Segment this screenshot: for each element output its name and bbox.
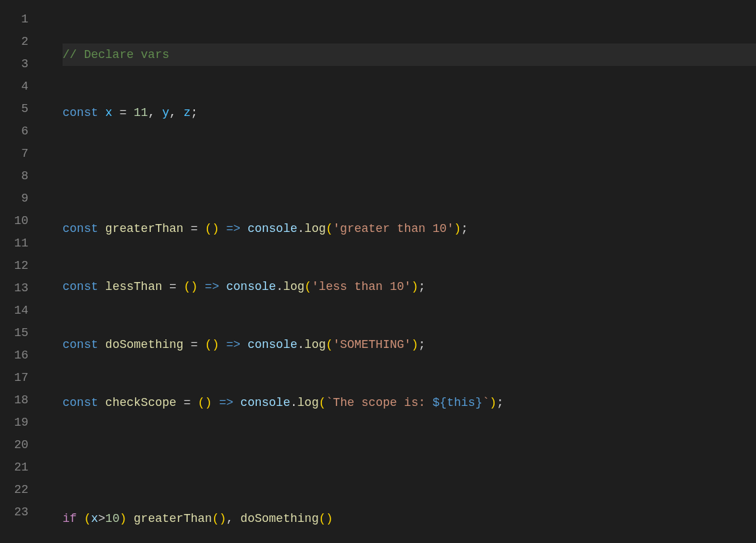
line-number: 23	[0, 501, 28, 523]
comment: // Declare vars	[63, 48, 169, 61]
code-line[interactable]: // Declare vars	[63, 43, 756, 66]
line-number: 5	[0, 98, 28, 120]
code-editor[interactable]: 1234567891011121314151617181920212223 //…	[0, 0, 756, 543]
line-number: 6	[0, 120, 28, 142]
code-line[interactable]: const greaterThan = () => console.log('g…	[63, 217, 756, 240]
code-line[interactable]: const doSomething = () => console.log('S…	[63, 333, 756, 356]
line-number: 16	[0, 344, 28, 366]
line-number: 18	[0, 389, 28, 411]
line-number: 3	[0, 53, 28, 75]
line-number: 7	[0, 142, 28, 165]
line-number: 9	[0, 187, 28, 210]
code-line[interactable]: const checkScope = () => console.log(`Th…	[63, 391, 756, 414]
line-number: 21	[0, 456, 28, 478]
code-line[interactable]	[63, 449, 756, 472]
code-line[interactable]: const x = 11, y, z;	[63, 101, 756, 124]
code-area[interactable]: // Declare vars const x = 11, y, z; cons…	[43, 8, 756, 543]
line-number: 10	[0, 210, 28, 232]
line-number: 13	[0, 277, 28, 299]
code-line[interactable]: const lessThan = () => console.log('less…	[63, 275, 756, 298]
line-number: 15	[0, 322, 28, 344]
code-line[interactable]: if (x>10) greaterThan(), doSomething()	[63, 507, 756, 530]
line-number: 8	[0, 165, 28, 187]
line-number: 14	[0, 299, 28, 322]
line-number: 22	[0, 478, 28, 501]
line-number: 1	[0, 8, 28, 30]
line-number: 2	[0, 30, 28, 53]
line-number: 11	[0, 232, 28, 254]
line-number: 4	[0, 75, 28, 98]
line-number: 20	[0, 434, 28, 456]
line-number: 12	[0, 254, 28, 277]
line-number: 19	[0, 411, 28, 434]
line-number-gutter: 1234567891011121314151617181920212223	[0, 8, 43, 543]
line-number: 17	[0, 366, 28, 389]
code-line[interactable]	[63, 159, 756, 182]
